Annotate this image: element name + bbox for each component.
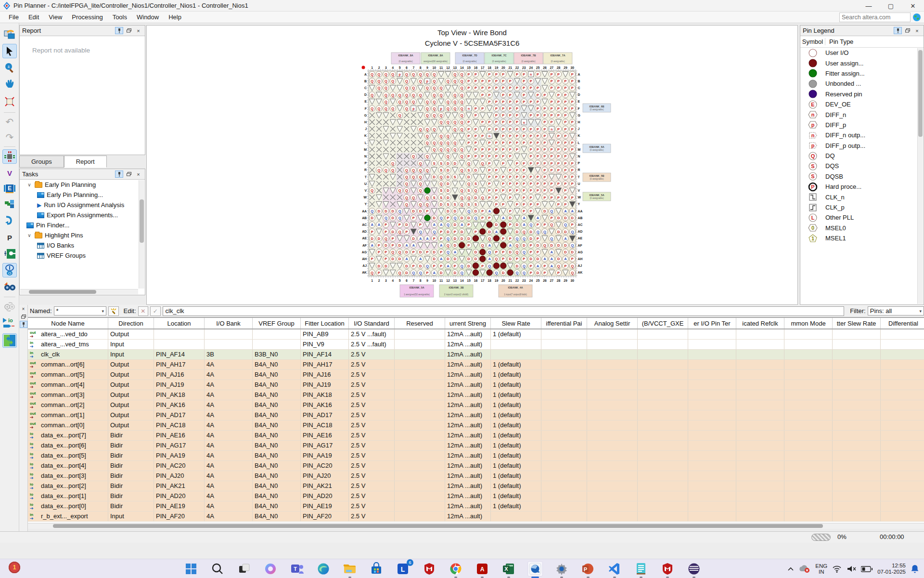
- notification-bell-icon[interactable]: [911, 565, 919, 573]
- table-cell[interactable]: [833, 350, 881, 359]
- table-cell[interactable]: [881, 360, 924, 369]
- table-cell[interactable]: [541, 410, 587, 420]
- fit-selection-icon[interactable]: [2, 94, 17, 109]
- window-switch-icon[interactable]: [2, 27, 17, 41]
- float-panel-icon[interactable]: [903, 27, 911, 34]
- column-header[interactable]: I/O Bank: [205, 318, 253, 328]
- table-cell[interactable]: [541, 370, 587, 380]
- table-cell[interactable]: PIN_AF20: [154, 512, 205, 521]
- table-cell[interactable]: [587, 400, 638, 410]
- mcafee-2-taskbar-icon[interactable]: [660, 561, 675, 577]
- table-cell[interactable]: [541, 451, 587, 460]
- table-cell[interactable]: Bidir: [108, 501, 154, 511]
- table-cell[interactable]: [736, 400, 784, 410]
- table-cell[interactable]: 4A: [205, 512, 253, 521]
- language-indicator[interactable]: ENGIN: [815, 563, 827, 575]
- table-cell[interactable]: [833, 501, 881, 511]
- table-cell[interactable]: 2.5 V: [349, 400, 395, 410]
- table-row[interactable]: out➔comman...ort[5]OutputPIN_AJ164AB4A_N…: [28, 370, 924, 380]
- table-cell[interactable]: [395, 431, 445, 440]
- table-cell[interactable]: [736, 501, 784, 511]
- table-cell[interactable]: [881, 431, 924, 440]
- table-cell[interactable]: out➔comman...ort[0]: [28, 420, 108, 430]
- table-cell[interactable]: [881, 400, 924, 410]
- swap-pins-icon[interactable]: [2, 300, 17, 314]
- copilot-taskbar-icon[interactable]: [263, 561, 278, 577]
- table-cell[interactable]: [833, 491, 881, 501]
- table-cell[interactable]: [736, 481, 784, 491]
- menu-item-window[interactable]: Window: [132, 13, 164, 22]
- table-cell[interactable]: 2.5 V ...fault): [349, 329, 395, 339]
- table-cell[interactable]: [541, 491, 587, 501]
- menu-item-processing[interactable]: Processing: [67, 13, 107, 22]
- menu-item-tools[interactable]: Tools: [108, 13, 132, 22]
- mcafee-taskbar-icon[interactable]: [422, 561, 437, 577]
- table-cell[interactable]: io➔data_ex...port[7]: [28, 431, 108, 440]
- tasks-horizontal-scrollbar[interactable]: [20, 289, 138, 294]
- table-cell[interactable]: [784, 329, 833, 339]
- close-panel-icon[interactable]: ×: [134, 171, 142, 178]
- column-header[interactable]: Location: [154, 318, 205, 328]
- table-cell[interactable]: 4A: [205, 451, 253, 460]
- table-cell[interactable]: out➔altera_...ved_tdo: [28, 329, 108, 339]
- chevron-down-icon[interactable]: ∨: [26, 233, 32, 238]
- table-cell[interactable]: 1 (default): [491, 370, 541, 380]
- table-cell[interactable]: PIN_AE16: [301, 431, 349, 440]
- table-cell[interactable]: [688, 512, 736, 521]
- table-row[interactable]: io➔data_ex...port[7]BidirPIN_AE164AB4A_N…: [28, 431, 924, 441]
- table-cell[interactable]: PIN_AK18: [154, 390, 205, 400]
- table-cell[interactable]: [881, 390, 924, 400]
- table-cell[interactable]: [395, 441, 445, 450]
- table-cell[interactable]: [541, 360, 587, 369]
- table-cell[interactable]: [688, 461, 736, 471]
- column-header[interactable]: I/O Standard: [349, 318, 395, 328]
- table-cell[interactable]: [881, 380, 924, 390]
- table-cell[interactable]: [784, 420, 833, 430]
- table-cell[interactable]: 12mA ...ault): [445, 512, 491, 521]
- table-cell[interactable]: PIN_AA19: [154, 451, 205, 460]
- table-cell[interactable]: 1 (default): [491, 360, 541, 369]
- table-cell[interactable]: [784, 471, 833, 481]
- table-cell[interactable]: 12mA ...ault): [445, 350, 491, 359]
- menu-item-help[interactable]: Help: [164, 13, 186, 22]
- column-header[interactable]: er I/O Pin Ter: [688, 318, 736, 328]
- table-cell[interactable]: 1 (default): [491, 390, 541, 400]
- table-cell[interactable]: out➔comman...ort[1]: [28, 410, 108, 420]
- table-cell[interactable]: [833, 451, 881, 460]
- mail-taskbar-icon[interactable]: L6: [395, 561, 411, 577]
- table-cell[interactable]: [587, 390, 638, 400]
- table-cell[interactable]: [881, 410, 924, 420]
- table-cell[interactable]: out➔comman...ort[6]: [28, 360, 108, 369]
- close-button[interactable]: ✕: [902, 0, 924, 12]
- table-cell[interactable]: [736, 340, 784, 349]
- table-cell[interactable]: 12mA ...ault): [445, 380, 491, 390]
- column-header[interactable]: tter Slew Rate: [833, 318, 881, 328]
- table-cell[interactable]: [688, 441, 736, 450]
- table-cell[interactable]: [833, 400, 881, 410]
- table-cell[interactable]: [395, 370, 445, 380]
- table-cell[interactable]: [784, 431, 833, 440]
- table-cell[interactable]: [833, 370, 881, 380]
- float-panel-icon[interactable]: [20, 313, 27, 320]
- table-cell[interactable]: [395, 451, 445, 460]
- table-cell[interactable]: [638, 431, 688, 440]
- table-row[interactable]: io➔data_ex...port[4]BidirPIN_AC204AB4A_N…: [28, 461, 924, 471]
- table-cell[interactable]: 2.5 V: [349, 512, 395, 521]
- file-explorer-taskbar-icon[interactable]: [342, 561, 358, 577]
- table-cell[interactable]: [253, 340, 301, 349]
- table-cell[interactable]: [491, 512, 541, 521]
- pad-view-icon[interactable]: E: [2, 181, 17, 196]
- table-cell[interactable]: [638, 350, 688, 359]
- table-row[interactable]: in➔r_b_ext..._exportInputPIN_AF204AB4A_N…: [28, 512, 924, 522]
- vscode-taskbar-icon[interactable]: [607, 561, 622, 577]
- table-cell[interactable]: Bidir: [108, 441, 154, 450]
- named-combo[interactable]: * ▾: [54, 306, 107, 315]
- table-cell[interactable]: PIN_AE19: [301, 501, 349, 511]
- undo-icon[interactable]: ↶: [2, 115, 17, 129]
- table-cell[interactable]: [395, 461, 445, 471]
- table-cell[interactable]: [638, 471, 688, 481]
- table-cell[interactable]: [395, 481, 445, 491]
- table-cell[interactable]: 12mA ...ault): [445, 420, 491, 430]
- table-cell[interactable]: [395, 491, 445, 501]
- table-cell[interactable]: [881, 491, 924, 501]
